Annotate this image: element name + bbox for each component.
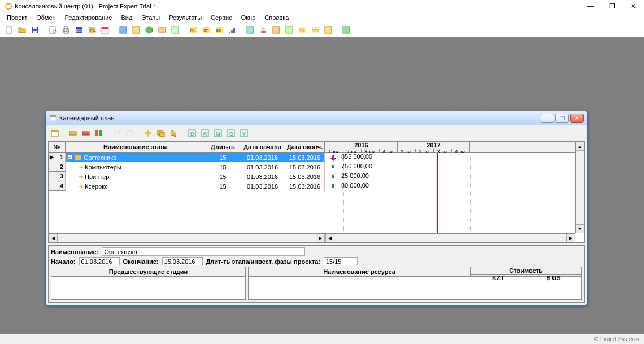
grid-body[interactable]: ▶1 −Оргтехника 15 01.03.2016 15.03.2016 …: [49, 153, 325, 233]
tb-icon-10[interactable]: [130, 24, 142, 36]
tb-icon-21[interactable]: [284, 24, 295, 36]
scroll-down-icon[interactable]: ▼: [576, 224, 584, 233]
scroll-left-icon[interactable]: ◀: [325, 234, 334, 242]
stages-grid-pane: № Наименование этапа Длит-ть Дата начала…: [49, 142, 325, 242]
tb-save-icon[interactable]: [29, 24, 41, 36]
menu-exchange[interactable]: Обмен: [32, 14, 60, 21]
ctb-icon-6[interactable]: [124, 128, 136, 139]
ctb-icon-4[interactable]: [93, 128, 105, 139]
tb-html-icon[interactable]: HTML: [86, 24, 98, 36]
detail-duration-value[interactable]: 15/15: [324, 257, 358, 265]
ctb-icon-3[interactable]: [80, 128, 92, 139]
predecessors-table[interactable]: Предшествующие стадии: [51, 267, 246, 300]
svg-point-52: [127, 130, 133, 136]
menu-window[interactable]: Окно: [237, 14, 260, 21]
scroll-right-icon[interactable]: ▶: [566, 234, 575, 242]
tb-npv-icon[interactable]: NPV: [310, 24, 321, 36]
resources-table[interactable]: Наименование ресурса Стоимость KZT $ US: [248, 267, 582, 300]
close-button[interactable]: ✕: [623, 0, 644, 12]
child-close-button[interactable]: ✕: [570, 114, 584, 123]
ctb-m-icon[interactable]: M: [212, 128, 224, 139]
calendar-plan-window: Календарный план — ❐ ✕ D W M Q: [45, 111, 588, 306]
grid-row[interactable]: ▶1 −Оргтехника 15 01.03.2016 15.03.2016: [49, 153, 325, 162]
ctb-pointer-icon[interactable]: [168, 128, 180, 139]
tb-roi-icon[interactable]: ROI: [297, 24, 308, 36]
tb-icon-16[interactable]: BS: [214, 24, 225, 36]
tb-icon-17[interactable]: [227, 24, 238, 36]
menu-results[interactable]: Результаты: [164, 14, 206, 21]
body-split: № Наименование этапа Длит-ть Дата начала…: [48, 141, 585, 243]
tb-icon-24[interactable]: [323, 24, 334, 36]
svg-rect-36: [286, 27, 293, 33]
ctb-add-icon[interactable]: [142, 128, 154, 139]
tb-doc-icon[interactable]: DOC: [73, 24, 85, 36]
year-cell[interactable]: 2016: [325, 142, 398, 149]
scroll-left-icon[interactable]: ◀: [49, 234, 58, 242]
menu-stages[interactable]: Этапы: [137, 14, 164, 21]
ctb-calendar-icon[interactable]: [49, 128, 60, 139]
menu-help[interactable]: Справка: [260, 14, 293, 21]
col-name[interactable]: Наименование этапа: [66, 142, 206, 152]
ctb-icon-8[interactable]: [155, 128, 167, 139]
detail-end-value[interactable]: 15.03.2016: [162, 257, 203, 265]
gantt-body[interactable]: 855 000,00 750 000,00 25 000,00 80 000,0…: [325, 153, 584, 242]
col-start-date[interactable]: Дата начала: [240, 142, 285, 152]
tb-open-icon[interactable]: [16, 24, 28, 36]
tb-icon-9[interactable]: [118, 24, 129, 36]
gantt-row[interactable]: 750 000,00: [325, 162, 584, 172]
ctb-w-icon[interactable]: W: [199, 128, 211, 139]
child-maximize-button[interactable]: ❐: [555, 114, 569, 123]
tb-new-icon[interactable]: [3, 24, 15, 36]
ctb-q-icon[interactable]: Q: [225, 128, 237, 139]
col-number[interactable]: №: [49, 142, 66, 152]
gantt-row[interactable]: 25 000,00: [325, 172, 584, 181]
child-window-title: Календарный план: [59, 115, 115, 121]
tb-icon-19[interactable]: [258, 24, 269, 36]
cost-kzt-header: KZT: [471, 275, 526, 281]
child-titlebar[interactable]: Календарный план — ❐ ✕: [46, 111, 587, 125]
detail-name-value[interactable]: Оргтехника: [102, 247, 305, 256]
tb-icon-25[interactable]: [341, 24, 352, 36]
scroll-track[interactable]: [58, 234, 316, 242]
ctb-icon-2[interactable]: [67, 128, 79, 139]
ctb-icon-5[interactable]: [111, 128, 123, 139]
ctb-d-icon[interactable]: D: [186, 128, 198, 139]
left-hscrollbar[interactable]: ◀ ▶: [49, 233, 325, 242]
tb-calendar-icon[interactable]: [99, 24, 111, 36]
scroll-track[interactable]: [334, 234, 566, 242]
tb-icon-18[interactable]: [245, 24, 256, 36]
minimize-button[interactable]: —: [580, 0, 601, 12]
col-end-date[interactable]: Дата оконч.: [285, 142, 325, 152]
menu-edit[interactable]: Редактирование: [60, 14, 117, 21]
scroll-right-icon[interactable]: ▶: [316, 234, 325, 242]
maximize-button[interactable]: ❐: [601, 0, 623, 12]
menu-service[interactable]: Сервис: [206, 14, 237, 21]
tb-icon-14[interactable]: PL: [188, 24, 199, 36]
year-cell[interactable]: 2017: [398, 142, 470, 149]
gantt-row[interactable]: 80 000,00: [325, 181, 584, 191]
right-hscrollbar[interactable]: ◀ ▶: [325, 233, 575, 242]
tb-icon-11[interactable]: [143, 24, 155, 36]
svg-rect-10: [64, 27, 68, 29]
child-minimize-button[interactable]: —: [541, 114, 554, 123]
tb-print-icon[interactable]: [60, 24, 72, 36]
tb-icon-13[interactable]: [169, 24, 181, 36]
col-duration[interactable]: Длит-ть: [206, 142, 240, 152]
menu-project[interactable]: Проект: [2, 14, 32, 21]
tb-icon-20[interactable]: [271, 24, 282, 36]
scroll-up-icon[interactable]: ▲: [576, 142, 584, 151]
grid-header: № Наименование этапа Длит-ть Дата начала…: [49, 142, 325, 153]
ctb-y-icon[interactable]: Y: [238, 128, 250, 139]
tb-icon-12[interactable]: [156, 24, 168, 36]
svg-point-20: [146, 27, 153, 33]
gantt-row[interactable]: 855 000,00: [325, 153, 584, 162]
tb-icon-15[interactable]: CF: [201, 24, 212, 36]
menu-view[interactable]: Вид: [116, 14, 137, 21]
right-vscrollbar[interactable]: ▲ ▼: [575, 142, 584, 233]
grid-row[interactable]: 2 ➔Компьютеры 15 01.03.2016 15.03.2016: [49, 162, 325, 172]
grid-row[interactable]: 4 ➔Ксерокс 15 01.03.2016 15.03.2016: [49, 181, 325, 191]
detail-start-value[interactable]: 01.03.2016: [79, 257, 120, 265]
collapse-icon[interactable]: −: [67, 155, 72, 160]
tb-preview-icon[interactable]: [47, 24, 59, 36]
grid-row[interactable]: 3 ➔Принтер 15 01.03.2016 15.03.2016: [49, 172, 325, 181]
